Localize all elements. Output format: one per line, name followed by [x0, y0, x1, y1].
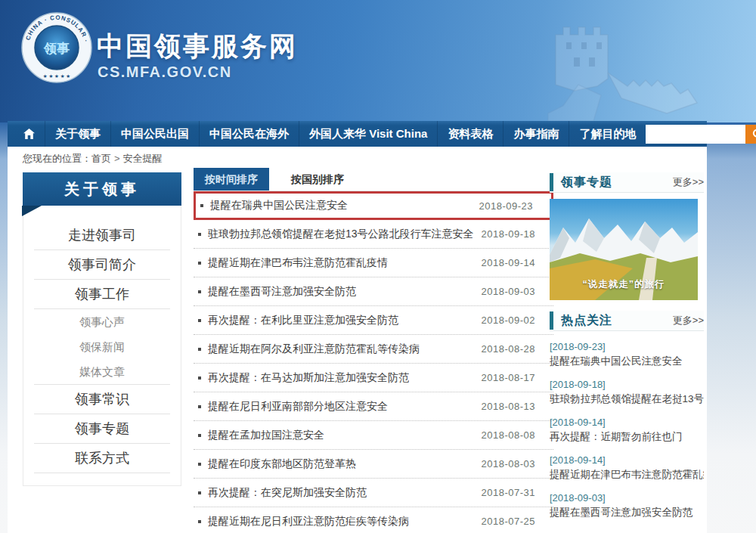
site-header: CHINA · CONSULAR · AFFAIRS ★ ★ ★ ★ ★ 领事 … [0, 0, 756, 122]
hot-item-title[interactable]: 再次提醒：近期暂勿前往也门 [550, 429, 704, 445]
sidebar-banner: 关于领事 [23, 172, 181, 206]
sidebar-item-work[interactable]: 领事工作 [34, 280, 170, 309]
article-row[interactable]: 驻琅勃拉邦总领馆提醒在老挝13号公路北段行车注意安全 2018-09-18 [194, 220, 553, 249]
hot-item-date: [2018-09-03] [550, 491, 704, 505]
article-row[interactable]: 提醒近期在津巴布韦注意防范霍乱疫情 2018-09-14 [194, 249, 553, 277]
sort-tabbar: 按时间排序 按国别排序 [194, 168, 553, 191]
article-date: 2018-08-03 [482, 458, 554, 469]
hot-item[interactable]: [2018-09-18] 驻琅勃拉邦总领馆提醒在老挝13号公路… [550, 377, 704, 407]
tab-sort-by-country[interactable]: 按国别排序 [280, 168, 355, 191]
article-date: 2018-09-14 [482, 257, 554, 268]
article-row[interactable]: 提醒在尼日利亚南部部分地区注意安全 2018-08-13 [194, 392, 553, 421]
sidebar-item-enter-consular[interactable]: 走进领事司 [34, 221, 170, 250]
highlight-box: 提醒在瑞典中国公民注意安全 2018-09-23 [194, 191, 553, 220]
bullet-icon [198, 434, 201, 437]
nav-item-visit-china[interactable]: 外国人来华 Visit China [299, 121, 437, 147]
search-icon [752, 129, 756, 140]
bullet-icon [198, 377, 201, 380]
article-title[interactable]: 提醒在墨西哥注意加强安全防范 [208, 285, 356, 299]
article-row[interactable]: 提醒近期在尼日利亚注意防范疟疾等传染病 2018-07-25 [194, 507, 553, 533]
topics-section-header: 领事专题 更多>> [550, 172, 704, 193]
hot-item[interactable]: [2018-09-14] 提醒近期在津巴布韦注意防范霍乱疫情 [550, 453, 704, 482]
site-title: 中国领事服务网 [97, 29, 298, 64]
bullet-icon [198, 520, 201, 523]
sidebar-item-voice[interactable]: 领事心声 [23, 309, 181, 334]
article-row[interactable]: 提醒在孟加拉国注意安全 2018-08-08 [194, 421, 553, 450]
article-row[interactable]: 再次提醒：在突尼斯加强安全防范 2018-07-31 [194, 479, 553, 507]
article-row[interactable]: 提醒在印度东部地区防范登革热 2018-08-03 [194, 450, 553, 479]
hot-item-date: [2018-09-14] [550, 415, 704, 429]
sidebar-item-contact[interactable]: 联系方式 [34, 444, 170, 473]
section-accent-bar [550, 173, 553, 191]
topic-image-caption: “说走就走”的旅行 [550, 278, 698, 291]
article-date: 2018-08-17 [482, 372, 554, 383]
article-title[interactable]: 提醒近期在阿尔及利亚注意防范霍乱等传染病 [208, 342, 420, 356]
article-date: 2018-08-28 [482, 343, 554, 355]
nav-item-forms[interactable]: 资料表格 [437, 121, 503, 147]
nav-item-citizens-overseas[interactable]: 中国公民在海外 [199, 121, 299, 147]
logo-stars: ★ ★ ★ ★ ★ [43, 73, 71, 79]
hot-item-title[interactable]: 提醒近期在津巴布韦注意防范霍乱疫情 [550, 467, 704, 482]
sidebar-item-intro[interactable]: 领事司简介 [34, 250, 170, 280]
article-date: 2018-09-03 [482, 286, 554, 297]
sidebar-item-topics[interactable]: 领事专题 [34, 414, 170, 444]
bullet-icon [198, 491, 201, 494]
article-date: 2018-09-23 [479, 200, 552, 212]
topics-more-link[interactable]: 更多>> [673, 175, 704, 189]
article-row[interactable]: 提醒近期在阿尔及利亚注意防范霍乱等传染病 2018-08-28 [194, 335, 553, 364]
tab-sort-by-time[interactable]: 按时间排序 [194, 168, 269, 191]
nav-home-button[interactable] [18, 128, 45, 140]
breadcrumb-current: 安全提醒 [123, 153, 163, 164]
site-logo: CHINA · CONSULAR · AFFAIRS ★ ★ ★ ★ ★ 领事 [21, 12, 92, 83]
hot-more-link[interactable]: 更多>> [673, 314, 704, 327]
article-title[interactable]: 提醒近期在津巴布韦注意防范霍乱疫情 [208, 256, 388, 270]
nav-item-destinations[interactable]: 了解目的地 [569, 121, 646, 147]
hot-item-title[interactable]: 驻琅勃拉邦总领馆提醒在老挝13号公路… [550, 392, 704, 407]
sidebar-item-knowledge[interactable]: 领事常识 [34, 385, 170, 414]
site-url: CS.MFA.GOV.CN [98, 64, 232, 81]
article-row[interactable]: 再次提醒：在马达加斯加注意加强安全防范 2018-08-17 [194, 364, 553, 392]
article-title[interactable]: 提醒在尼日利亚南部部分地区注意安全 [208, 400, 388, 414]
content-panel: 您现在的位置：首页>安全提醒 关于领事 走进领事司 领事司简介 领事工作 领事心… [8, 147, 707, 533]
article-date: 2018-08-13 [482, 401, 554, 412]
main-navbar: 关于领事 中国公民出国 中国公民在海外 外国人来华 Visit China 资料… [8, 121, 707, 147]
search-button[interactable] [745, 125, 756, 144]
search-input[interactable] [646, 125, 745, 144]
breadcrumb-home-link[interactable]: 首页 [91, 153, 111, 164]
hot-item[interactable]: [2018-09-14] 再次提醒：近期暂勿前往也门 [550, 415, 704, 445]
sidebar-title: 关于领事 [64, 179, 140, 200]
breadcrumb-separator: > [114, 153, 120, 164]
bullet-icon [200, 204, 203, 207]
article-title[interactable]: 提醒在瑞典中国公民注意安全 [210, 199, 348, 212]
article-title[interactable]: 再次提醒：在马达加斯加注意加强安全防范 [208, 371, 409, 385]
bullet-icon [198, 319, 201, 322]
great-wall-illustration [533, 0, 737, 121]
breadcrumb-label: 您现在的位置： [23, 153, 91, 164]
article-row[interactable]: 提醒在墨西哥注意加强安全防范 2018-09-03 [194, 277, 553, 306]
section-accent-bar [550, 311, 553, 330]
article-title[interactable]: 驻琅勃拉邦总领馆提醒在老挝13号公路北段行车注意安全 [208, 228, 474, 241]
sidebar-item-media-articles[interactable]: 媒体文章 [34, 359, 170, 385]
bullet-icon [198, 262, 201, 265]
article-title[interactable]: 再次提醒：在利比里亚注意加强安全防范 [208, 314, 398, 327]
home-icon [23, 128, 36, 140]
article-title[interactable]: 再次提醒：在突尼斯加强安全防范 [208, 486, 367, 500]
sidebar-item-protection-news[interactable]: 领保新闻 [23, 334, 181, 359]
nav-item-citizens-abroad-going[interactable]: 中国公民出国 [110, 121, 199, 147]
article-row[interactable]: 提醒在瑞典中国公民注意安全 2018-09-23 [196, 194, 551, 218]
hot-item[interactable]: [2018-09-23] 提醒在瑞典中国公民注意安全 [550, 339, 704, 369]
hot-item-title[interactable]: 提醒在墨西哥注意加强安全防范 [550, 505, 704, 520]
article-title[interactable]: 提醒在印度东部地区防范登革热 [208, 457, 356, 471]
topic-image[interactable]: “说走就走”的旅行 [550, 199, 698, 300]
article-title[interactable]: 提醒近期在尼日利亚注意防范疟疾等传染病 [208, 515, 409, 528]
nav-item-guide[interactable]: 办事指南 [503, 121, 569, 147]
left-sidebar: 关于领事 走进领事司 领事司简介 领事工作 领事心声 领保新闻 媒体文章 领事常… [23, 172, 181, 486]
hot-item[interactable]: [2018-09-03] 提醒在墨西哥注意加强安全防范 [550, 491, 704, 520]
hot-item-title[interactable]: 提醒在瑞典中国公民注意安全 [550, 354, 704, 369]
nav-item-about[interactable]: 关于领事 [45, 121, 110, 147]
hot-item-date: [2018-09-23] [550, 339, 704, 354]
article-title[interactable]: 提醒在孟加拉国注意安全 [208, 429, 324, 442]
article-row[interactable]: 再次提醒：在利比里亚注意加强安全防范 2018-09-02 [194, 306, 553, 335]
hot-list: [2018-09-23] 提醒在瑞典中国公民注意安全 [2018-09-18] … [550, 339, 704, 520]
hot-section-header: 热点关注 更多>> [550, 311, 704, 331]
